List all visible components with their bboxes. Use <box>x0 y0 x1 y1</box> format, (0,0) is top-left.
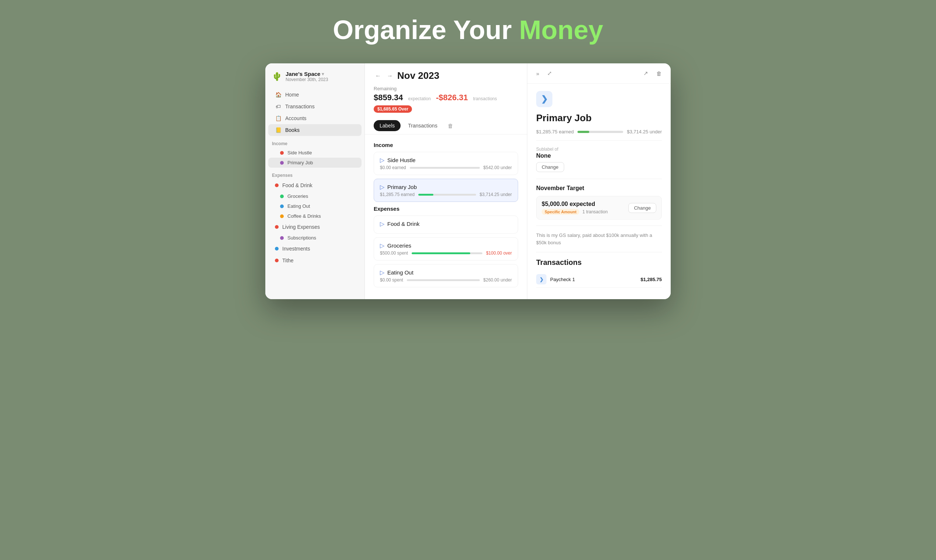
main-content: ← → Nov 2023 Remaining $859.34 expectati… <box>365 63 527 299</box>
expand-button[interactable]: ⤢ <box>545 69 554 78</box>
primary-job-progress-fill <box>418 194 433 195</box>
right-panel-title: Primary Job <box>536 112 662 124</box>
groceries-chevron-icon: ▷ <box>380 242 384 249</box>
sidebar-nav-home[interactable]: 🏠 Home <box>268 89 362 101</box>
remaining-value: $859.34 <box>374 93 403 102</box>
workspace-name[interactable]: Jane's Space ▾ <box>286 71 328 77</box>
books-icon: 📒 <box>275 127 282 133</box>
side-hustle-dot <box>280 151 284 155</box>
sidebar-nav-accounts-label: Accounts <box>285 115 306 121</box>
sidebar-nav-books-label: Books <box>285 127 300 133</box>
eating-out-chevron-icon: ▷ <box>380 269 384 276</box>
sidebar-item-tithe[interactable]: Tithe <box>268 255 362 266</box>
remaining-label: Remaining <box>374 86 518 91</box>
divider-1 <box>536 140 662 141</box>
investments-dot <box>275 247 279 251</box>
november-target-section: November Target $5,000.00 expected Speci… <box>536 185 662 220</box>
eating-out-earned: $0.00 spent <box>380 277 403 283</box>
remaining-amounts: $859.34 expectation -$826.31 transaction… <box>374 93 518 102</box>
sidebar-living-expenses-label: Living Expenses <box>282 224 320 230</box>
sidebar-item-eating-out[interactable]: Eating Out <box>268 201 362 211</box>
sidebar-item-subscriptions[interactable]: Subscriptions <box>268 233 362 243</box>
right-progress-fill <box>577 131 589 133</box>
tag-transaction: 1 transaction <box>582 209 608 214</box>
sidebar-side-hustle-label: Side Hustle <box>288 150 312 155</box>
november-target-title: November Target <box>536 185 662 192</box>
next-month-button[interactable]: → <box>385 71 394 81</box>
primary-job-under: $3,714.25 under <box>480 192 512 197</box>
primary-job-progress-bg <box>418 194 476 195</box>
hero-title-green: Money <box>519 15 603 45</box>
divider-4 <box>536 252 662 252</box>
income-section-title: Income <box>374 142 518 148</box>
sidebar-nav-home-label: Home <box>285 92 299 98</box>
delete-icon[interactable]: 🗑 <box>448 123 453 129</box>
right-earned-amount: $1,285.75 earned <box>536 129 574 134</box>
tab-transactions[interactable]: Transactions <box>402 120 443 131</box>
primary-job-chevron-icon: ▷ <box>380 183 384 191</box>
sidebar-coffee-drinks-label: Coffee & Drinks <box>288 213 321 219</box>
target-change-button[interactable]: Change <box>628 203 656 213</box>
remaining-sub: expectation <box>408 96 431 101</box>
tab-labels[interactable]: Labels <box>374 120 400 131</box>
label-row-food-drink[interactable]: ▷ Food & Drink <box>374 215 518 234</box>
sidebar-item-living-expenses[interactable]: Living Expenses <box>268 221 362 233</box>
right-under-amount: $3,714.25 under <box>627 129 662 134</box>
remaining-section: Remaining $859.34 expectation -$826.31 t… <box>365 86 527 117</box>
transaction-chevron-icon: ❯ <box>539 277 543 282</box>
sidebar-header: 🌵 Jane's Space ▾ November 30th, 2023 <box>265 71 365 89</box>
over-badge: $1,685.65 Over <box>374 105 412 113</box>
right-panel-body: ❯ Primary Job $1,285.75 earned $3,714.25… <box>527 84 671 299</box>
double-arrow-button[interactable]: » <box>534 69 541 78</box>
prev-month-button[interactable]: ← <box>374 71 382 81</box>
side-hustle-under: $542.00 under <box>483 165 512 170</box>
sidebar-eating-out-label: Eating Out <box>288 203 310 209</box>
sidebar-item-food-drink[interactable]: Food & Drink <box>268 179 362 191</box>
transaction-row[interactable]: ❯ Paycheck 1 $1,285.75 <box>536 271 662 288</box>
sidebar-item-side-hustle[interactable]: Side Hustle <box>268 148 362 158</box>
remaining-negative: -$826.31 <box>436 93 468 102</box>
sidebar-tithe-label: Tithe <box>282 257 294 263</box>
sidebar: 🌵 Jane's Space ▾ November 30th, 2023 🏠 H… <box>265 63 365 299</box>
right-earned-row: $1,285.75 earned $3,714.25 under <box>536 129 662 134</box>
target-info: $5,000.00 expected Specific Amount 1 tra… <box>542 201 608 215</box>
workspace-date: November 30th, 2023 <box>286 77 328 82</box>
sidebar-nav-transactions-label: Transactions <box>285 103 315 109</box>
sidebar-nav-transactions[interactable]: 🏷 Transactions <box>268 101 362 112</box>
delete-label-button[interactable]: 🗑 <box>654 69 664 78</box>
sidebar-investments-label: Investments <box>282 246 310 252</box>
groceries-progress-fill <box>412 252 470 254</box>
sublabel-section: Sublabel of None Change <box>536 147 662 172</box>
target-amount: $5,000.00 expected <box>542 201 608 208</box>
primary-job-dot <box>280 161 284 165</box>
transactions-icon: 🏷 <box>275 103 282 109</box>
labels-content: Income ▷ Side Hustle $0.00 earned $542.0… <box>365 134 527 299</box>
eating-out-progress-bg <box>407 279 480 281</box>
sidebar-item-primary-job[interactable]: Primary Job <box>268 158 362 168</box>
label-row-groceries[interactable]: ▷ Groceries $500.00 spent $100.00 over <box>374 237 518 260</box>
sublabel-heading: Sublabel of <box>536 147 662 152</box>
living-expenses-dot <box>275 225 279 229</box>
label-row-eating-out[interactable]: ▷ Eating Out $0.00 spent $260.00 under <box>374 264 518 288</box>
tithe-dot <box>275 258 279 262</box>
sidebar-expenses-label: Expenses <box>265 168 365 179</box>
label-row-primary-job[interactable]: ▷ Primary Job $1,285.75 earned $3,714.25… <box>374 179 518 202</box>
sidebar-nav-accounts[interactable]: 📋 Accounts <box>268 112 362 124</box>
sidebar-workspace: Jane's Space ▾ November 30th, 2023 <box>286 71 328 82</box>
groceries-dot <box>280 194 284 198</box>
external-link-button[interactable]: ↗ <box>641 69 650 78</box>
transaction-icon: ❯ <box>536 274 547 285</box>
sidebar-item-coffee-drinks[interactable]: Coffee & Drinks <box>268 211 362 221</box>
side-hustle-title: Side Hustle <box>387 157 416 163</box>
coffee-drinks-dot <box>280 214 284 218</box>
transactions-title: Transactions <box>536 258 662 267</box>
target-row: $5,000.00 expected Specific Amount 1 tra… <box>536 196 662 220</box>
sidebar-food-drink-label: Food & Drink <box>282 182 313 188</box>
label-row-side-hustle[interactable]: ▷ Side Hustle $0.00 earned $542.00 under <box>374 152 518 175</box>
sublabel-change-button[interactable]: Change <box>536 162 564 172</box>
sidebar-nav-books[interactable]: 📒 Books <box>268 124 362 136</box>
sidebar-item-groceries[interactable]: Groceries <box>268 191 362 201</box>
hero-title: Organize Your Money <box>333 15 603 45</box>
sidebar-item-investments[interactable]: Investments <box>268 243 362 255</box>
food-drink-dot <box>275 183 279 187</box>
